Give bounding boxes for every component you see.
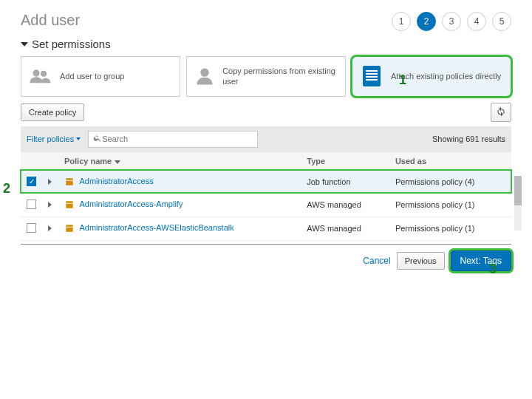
step-5[interactable]: 5 [492, 12, 511, 31]
cancel-button[interactable]: Cancel [363, 256, 390, 266]
filter-bar: Filter policies Showing 691 results [21, 126, 511, 152]
policy-type: AWS managed [301, 216, 389, 240]
permission-options: Add user to group Copy permissions from … [21, 56, 511, 97]
col-header-type[interactable]: Type [301, 152, 389, 171]
option-add-to-group[interactable]: Add user to group [21, 56, 180, 97]
section-header[interactable]: Set permissions [21, 38, 511, 50]
svg-point-0 [33, 70, 39, 77]
checkbox[interactable] [27, 223, 36, 233]
step-1[interactable]: 1 [392, 12, 411, 31]
search-icon [93, 134, 102, 145]
option-label: Attach existing policies directly [391, 71, 501, 81]
scrollbar-thumb[interactable] [514, 176, 522, 205]
checkbox[interactable] [27, 200, 36, 209]
annotation-2: 2 [3, 181, 10, 197]
filter-policies-dropdown[interactable]: Filter policies [27, 134, 81, 143]
refresh-icon [496, 106, 506, 118]
sort-icon [115, 160, 120, 164]
create-policy-button[interactable]: Create policy [21, 103, 84, 121]
previous-button[interactable]: Previous [397, 252, 445, 270]
refresh-button[interactable] [491, 103, 511, 122]
policy-used: Permissions policy (1) [389, 193, 511, 216]
caret-down-icon [21, 42, 28, 47]
svg-point-1 [41, 71, 47, 77]
user-icon [194, 67, 215, 85]
table-row[interactable]: AdministratorAccess-Amplify AWS managed … [21, 193, 511, 216]
option-label: Add user to group [60, 71, 124, 81]
step-4[interactable]: 4 [467, 12, 486, 31]
policy-name-link[interactable]: AdministratorAccess-AWSElasticBeanstalk [79, 223, 233, 232]
section-title: Set permissions [32, 38, 111, 50]
filter-label: Filter policies [27, 134, 74, 143]
policy-icon [64, 223, 75, 233]
results-count: Showing 691 results [432, 134, 505, 143]
policy-used: Permissions policy (4) [389, 170, 511, 193]
policy-type: AWS managed [301, 193, 389, 216]
expand-icon[interactable] [48, 225, 52, 231]
col-header-name[interactable]: Policy name [58, 152, 301, 171]
search-field[interactable] [88, 131, 258, 148]
option-copy-existing[interactable]: Copy permissions from existing user [186, 56, 346, 97]
document-icon [360, 67, 383, 85]
search-input[interactable] [102, 134, 253, 143]
policy-icon [64, 200, 75, 210]
annotation-1: 1 [399, 72, 406, 88]
option-label: Copy permissions from existing user [222, 66, 338, 87]
users-icon [29, 67, 52, 85]
policy-type: Job function [301, 170, 389, 193]
policy-used: Permissions policy (1) [389, 216, 511, 240]
policy-name-link[interactable]: AdministratorAccess [79, 177, 153, 185]
policy-name-link[interactable]: AdministratorAccess-Amplify [79, 200, 183, 208]
policy-icon [64, 177, 75, 187]
expand-icon[interactable] [48, 179, 52, 185]
step-2[interactable]: 2 [417, 12, 436, 31]
step-3[interactable]: 3 [442, 12, 461, 31]
checkbox[interactable]: ✓ [27, 177, 36, 186]
stepper: 1 2 3 4 5 [392, 12, 511, 31]
annotation-3: 3 [489, 262, 497, 277]
option-attach-direct[interactable]: Attach existing policies directly [352, 56, 511, 97]
footer-buttons: Cancel Previous Next: Tags [21, 244, 511, 271]
policies-table: Policy name Type Used as ✓ Administrator… [21, 152, 511, 241]
col-header-used[interactable]: Used as [389, 152, 511, 171]
svg-point-2 [200, 69, 208, 77]
next-tags-button[interactable]: Next: Tags [451, 250, 511, 271]
expand-icon[interactable] [48, 202, 52, 208]
chevron-down-icon [76, 137, 81, 140]
scrollbar[interactable] [514, 176, 522, 231]
table-row[interactable]: AdministratorAccess-AWSElasticBeanstalk … [21, 216, 511, 240]
table-row[interactable]: ✓ AdministratorAccess Job function Permi… [21, 170, 511, 193]
